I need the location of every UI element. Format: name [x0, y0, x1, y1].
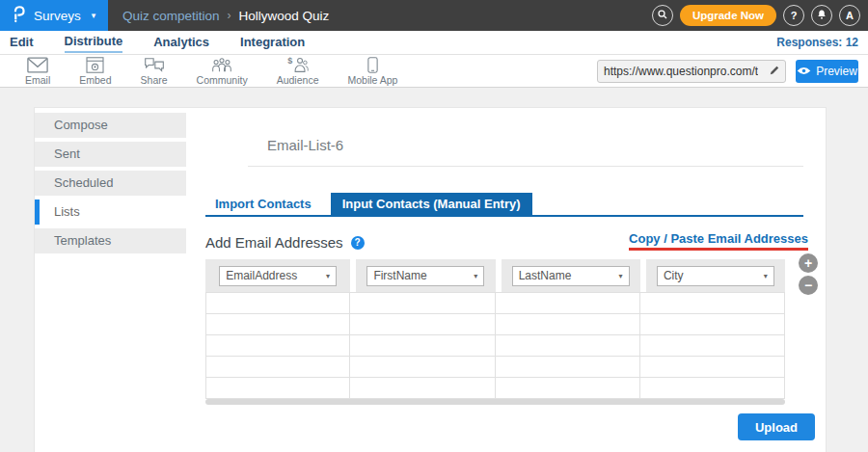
contacts-table-body [205, 292, 785, 399]
contact-cell[interactable] [205, 378, 350, 399]
eye-icon [797, 65, 811, 78]
bell-icon [816, 9, 827, 22]
contacts-table: EmailAddress ▾ FirstName ▾ LastName [205, 259, 785, 405]
column-select-value: City [664, 269, 684, 282]
toolbar-label: Embed [79, 74, 111, 86]
help-button[interactable]: ? [783, 5, 804, 26]
chevron-down-icon: ▾ [764, 272, 768, 280]
email-lists-panel: Compose Sent Scheduled Lists Templates E… [35, 108, 826, 452]
edit-url-button[interactable] [764, 63, 785, 80]
toolbar-item-share[interactable]: Share [141, 57, 168, 86]
preview-button[interactable]: Preview [796, 60, 858, 83]
help-icon[interactable]: ? [351, 236, 365, 250]
survey-url-input[interactable] [598, 65, 764, 78]
sidebar-item-scheduled[interactable]: Scheduled [35, 171, 186, 196]
contact-cell[interactable] [640, 378, 785, 399]
mobile-app-icon [367, 57, 378, 73]
contact-cell[interactable] [350, 357, 495, 378]
add-email-addresses-heading: Add Email Addresses [205, 234, 343, 251]
toolbar-item-embed[interactable]: Embed [79, 57, 111, 86]
contact-cell[interactable] [205, 357, 350, 378]
email-sidebar: Compose Sent Scheduled Lists Templates [35, 108, 186, 452]
questionpro-logo-icon [13, 5, 25, 27]
column-select-value: LastName [519, 269, 572, 282]
share-icon [144, 57, 165, 73]
sidebar-item-templates[interactable]: Templates [35, 228, 186, 253]
tab-integration[interactable]: Integration [240, 33, 305, 52]
tab-analytics[interactable]: Analytics [153, 33, 209, 52]
contact-cell[interactable] [640, 335, 785, 357]
tab-import-contacts[interactable]: Import Contacts [205, 193, 321, 215]
upload-button[interactable]: Upload [738, 413, 815, 440]
column-select-first-name[interactable]: FirstName ▾ [366, 266, 484, 286]
chevron-down-icon: ▾ [92, 11, 96, 20]
column-header-cell: LastName ▾ [496, 259, 640, 292]
contact-cell[interactable] [496, 335, 640, 357]
toolbar-label: Share [141, 74, 168, 86]
toolbar-label: Email [25, 74, 50, 86]
contact-cell[interactable] [205, 335, 350, 357]
contact-cell[interactable] [496, 293, 640, 314]
title-divider [248, 166, 803, 167]
contact-cell[interactable] [496, 357, 640, 378]
copy-paste-email-addresses-link[interactable]: Copy / Paste Email Addresses [629, 231, 808, 251]
preview-button-label: Preview [816, 65, 857, 78]
contacts-table-header: EmailAddress ▾ FirstName ▾ LastName [205, 259, 785, 292]
contact-cell[interactable] [350, 293, 495, 314]
toolbar-item-email[interactable]: Email [25, 57, 50, 86]
tab-edit[interactable]: Edit [10, 33, 34, 52]
sidebar-item-lists[interactable]: Lists [35, 199, 186, 225]
contact-cell[interactable] [496, 314, 640, 335]
pencil-icon [769, 63, 780, 80]
tab-input-contacts-manual-entry[interactable]: Input Contacts (Manual Entry) [331, 193, 532, 215]
column-header-cell: FirstName ▾ [350, 259, 495, 292]
contact-cell[interactable] [496, 378, 640, 399]
tabs-underline [205, 215, 803, 217]
sidebar-item-compose[interactable]: Compose [35, 113, 186, 138]
surveys-menu-label: Surveys [34, 9, 81, 23]
toolbar-right: Preview [597, 60, 858, 83]
breadcrumb: Quiz competition › Hollywood Quiz [122, 9, 329, 23]
tab-distribute[interactable]: Distribute [65, 32, 123, 53]
contact-cell[interactable] [350, 378, 495, 399]
sidebar-item-sent[interactable]: Sent [35, 142, 186, 167]
contact-cell[interactable] [350, 335, 495, 357]
toolbar-item-community[interactable]: Community [197, 57, 248, 86]
column-select-last-name[interactable]: LastName ▾ [512, 266, 630, 286]
email-icon [27, 57, 48, 73]
chevron-down-icon: ▾ [474, 272, 477, 280]
account-avatar[interactable]: A [839, 5, 860, 26]
contact-cell[interactable] [640, 357, 785, 378]
breadcrumb-parent[interactable]: Quiz competition [122, 9, 220, 23]
chevron-down-icon: ▾ [619, 272, 623, 280]
column-select-value: FirstName [373, 269, 426, 282]
column-select-city[interactable]: City ▾ [657, 266, 774, 286]
chevron-down-icon: ▾ [326, 272, 330, 280]
column-header-cell: EmailAddress ▾ [205, 259, 350, 292]
contact-cell[interactable] [640, 314, 785, 335]
toolbar-item-mobile-app[interactable]: Mobile App [347, 57, 397, 86]
community-icon [211, 57, 232, 73]
svg-text:$: $ [287, 56, 292, 66]
contact-cell[interactable] [205, 314, 350, 335]
remove-row-button[interactable]: − [799, 276, 818, 295]
toolbar-item-audience[interactable]: $ Audience [277, 56, 319, 86]
column-select-email-address[interactable]: EmailAddress ▾ [219, 266, 337, 286]
add-row-button[interactable]: + [799, 253, 818, 273]
toolbar-label: Audience [277, 74, 319, 86]
surveys-menu[interactable]: Surveys ▾ [0, 0, 108, 31]
survey-url-box [597, 60, 786, 83]
search-button[interactable] [652, 5, 673, 26]
row-controls: + − [799, 253, 818, 295]
breadcrumb-separator-icon: › [228, 9, 231, 22]
survey-nav: Edit Distribute Analytics Integration Re… [0, 31, 868, 55]
upgrade-now-button[interactable]: Upgrade Now [680, 5, 776, 26]
list-title: Email-List-6 [267, 137, 803, 153]
contact-cell[interactable] [205, 293, 350, 314]
top-bar: Surveys ▾ Quiz competition › Hollywood Q… [0, 0, 868, 31]
horizontal-scrollbar[interactable] [205, 399, 785, 405]
audience-icon: $ [287, 56, 309, 73]
contact-cell[interactable] [350, 314, 495, 335]
notifications-button[interactable] [811, 5, 832, 26]
contact-cell[interactable] [640, 293, 785, 314]
